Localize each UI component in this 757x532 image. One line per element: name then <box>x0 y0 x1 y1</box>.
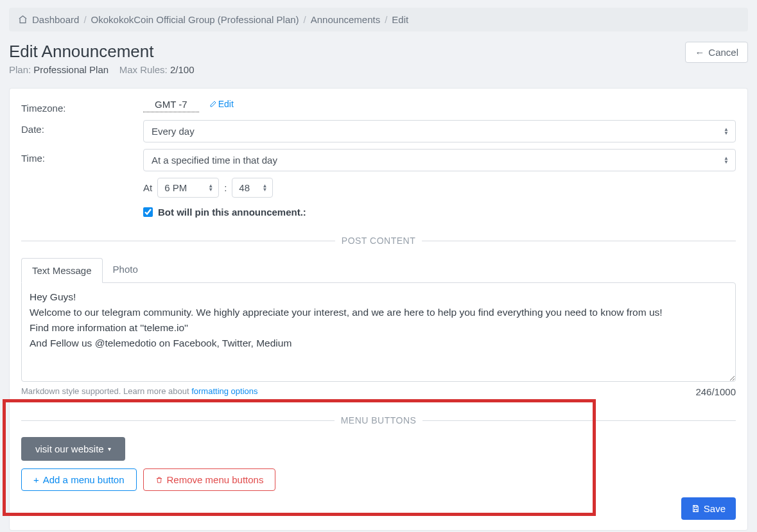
time-mode-select[interactable]: At a specified time in that day ▲▼ <box>143 149 736 171</box>
add-menu-label: Add a menu button <box>43 474 125 485</box>
remove-menu-buttons[interactable]: Remove menu buttons <box>143 468 276 491</box>
pin-label: Bot will pin this announcement.: <box>158 207 306 218</box>
time-colon: : <box>224 182 227 193</box>
tab-text-message[interactable]: Text Message <box>21 258 103 283</box>
timezone-value: GMT -7 <box>143 99 199 112</box>
caret-icon: ▲▼ <box>724 128 729 135</box>
page-title: Edit Announcement <box>9 42 195 62</box>
edit-label: Edit <box>218 99 234 109</box>
trash-icon <box>155 476 163 484</box>
breadcrumb-dashboard[interactable]: Dashboard <box>32 14 79 25</box>
arrow-left-icon: ← <box>695 47 704 58</box>
hour-select[interactable]: 6 PM ▲▼ <box>157 178 219 198</box>
tab-photo[interactable]: Photo <box>103 257 148 282</box>
page-meta: Plan: Professional Plan Max Rules: 2/100 <box>9 64 195 75</box>
minute-select[interactable]: 48 ▲▼ <box>232 178 273 198</box>
post-content-header: POST CONTENT <box>21 236 736 246</box>
home-icon <box>18 15 28 24</box>
maxrules-value: 2/100 <box>170 64 195 75</box>
timezone-edit-link[interactable]: Edit <box>209 99 234 109</box>
markdown-hint: Markdown style supported. Learn more abo… <box>21 386 191 396</box>
menu-button-visit-website[interactable]: visit our website ▾ <box>21 437 125 461</box>
minute-value: 48 <box>239 182 250 193</box>
add-menu-button[interactable]: + Add a menu button <box>21 468 137 491</box>
pin-checkbox[interactable] <box>143 207 153 217</box>
at-label: At <box>143 182 152 193</box>
char-counter: 246/1000 <box>695 386 736 397</box>
caret-icon: ▲▼ <box>208 184 213 192</box>
time-label: Time: <box>21 149 143 164</box>
plus-icon: + <box>33 474 39 485</box>
caret-icon: ▲▼ <box>724 157 729 164</box>
menu-button-label: visit our website <box>35 443 104 454</box>
breadcrumb-sep: / <box>385 14 387 25</box>
timezone-label: Timezone: <box>21 99 143 114</box>
menu-buttons-header: MENU BUTTONS <box>21 415 736 425</box>
maxrules-label: Max Rules: <box>119 64 170 75</box>
cancel-label: Cancel <box>708 47 738 58</box>
breadcrumb-sep: / <box>304 14 306 25</box>
formatting-link[interactable]: formatting options <box>191 386 257 396</box>
hour-value: 6 PM <box>164 182 187 193</box>
date-label: Date: <box>21 120 143 135</box>
time-mode-value: At a specified time in that day <box>152 155 277 166</box>
breadcrumb: Dashboard / OkokokokCoin Official Group … <box>9 8 748 31</box>
message-textarea[interactable] <box>21 282 736 382</box>
edit-icon <box>209 100 217 108</box>
form-panel: Timezone: GMT -7 Edit Date: Every day ▲▼… <box>9 88 748 531</box>
breadcrumb-group[interactable]: OkokokokCoin Official Group (Professiona… <box>91 14 299 25</box>
date-select[interactable]: Every day ▲▼ <box>143 120 736 142</box>
breadcrumb-announcements[interactable]: Announcements <box>311 14 380 25</box>
caret-icon: ▲▼ <box>262 184 267 192</box>
caret-down-icon: ▾ <box>108 445 111 452</box>
save-label: Save <box>704 503 726 514</box>
breadcrumb-sep: / <box>83 14 86 25</box>
cancel-button[interactable]: ← Cancel <box>685 42 748 63</box>
breadcrumb-current: Edit <box>392 14 408 25</box>
date-value: Every day <box>152 126 195 137</box>
plan-value: Professional Plan <box>33 64 109 75</box>
remove-menu-label: Remove menu buttons <box>167 474 264 485</box>
save-icon <box>692 504 700 513</box>
plan-label: Plan: <box>9 64 33 75</box>
save-button[interactable]: Save <box>681 497 736 520</box>
